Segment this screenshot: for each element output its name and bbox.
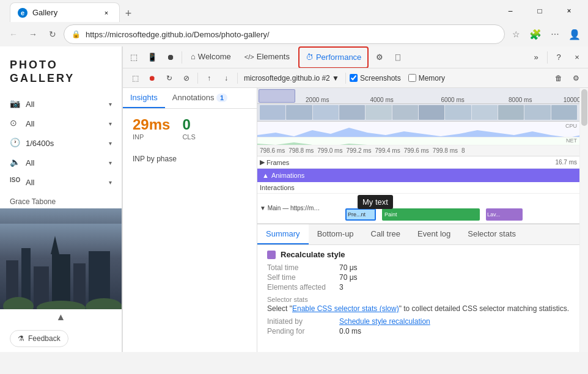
annotations-badge: 1 <box>216 94 227 102</box>
feedback-button[interactable]: ⚗ Feedback <box>10 330 68 347</box>
more-button[interactable]: ··· <box>546 26 564 43</box>
aperture-select[interactable]: All ▾ <box>26 119 112 128</box>
back-button[interactable]: ← <box>5 26 22 43</box>
more-tools-button[interactable]: » <box>527 49 545 66</box>
close-devtools-button[interactable]: × <box>568 49 586 66</box>
tab-call-tree[interactable]: Call tree <box>362 224 409 244</box>
timeline-panel: 2000 ms 4000 ms 6000 ms 8000 ms 10000 <box>257 88 579 352</box>
bottom-tabs: Summary Bottom-up Call tree Event log Se <box>257 224 579 245</box>
screenshot-thumb <box>445 105 471 120</box>
scroll-up-arrow[interactable]: ▲ <box>0 309 122 325</box>
clear-perf-button[interactable]: ⊘ <box>179 71 194 86</box>
screenshots-checkbox-label[interactable]: Screenshots <box>350 74 401 82</box>
minimize-button[interactable]: – <box>496 1 524 21</box>
gallery-control-audio[interactable]: 🔈 All ▾ <box>5 155 117 170</box>
perf-settings-button[interactable]: ⚙ <box>568 71 583 86</box>
device-emulation-button[interactable]: 📱 <box>144 49 161 66</box>
tab-summary[interactable]: Summary <box>257 224 309 244</box>
tab-event-log[interactable]: Event log <box>409 224 459 244</box>
sidebar-button[interactable]: ⎕ <box>389 49 406 66</box>
record-circle-button[interactable]: ⏺ <box>145 71 160 86</box>
screenshot-button[interactable]: ⬚ <box>128 71 142 86</box>
expand-animations-icon[interactable]: ▲ <box>262 172 269 179</box>
devtools-panel: ⬚ 📱 ⏺ ⌂ Welcome </> Elements ⏱ Performan… <box>122 46 588 352</box>
selector-stats-link[interactable]: Enable CSS selector stats (slow) <box>292 304 399 313</box>
extensions-button[interactable]: 🧩 <box>527 26 544 43</box>
lock-icon: 🔒 <box>72 30 81 38</box>
aperture-icon: ⊙ <box>10 118 21 129</box>
cpu-label: CPU <box>565 123 577 129</box>
tab-insights[interactable]: Insights <box>123 88 165 108</box>
close-button[interactable]: × <box>555 1 583 21</box>
tab-annotations[interactable]: Annotations 1 <box>165 88 235 108</box>
gallery-control-camera[interactable]: 📷 All ▾ <box>5 96 117 112</box>
gallery-control-iso[interactable]: ISO All ▾ <box>5 174 117 190</box>
settings-button[interactable]: ⚙ <box>371 49 388 66</box>
gallery-title: PHOTO GALLERY <box>10 59 112 85</box>
timing-ruler: 798.6 ms 798.8 ms 799.0 ms 799.2 ms 799.… <box>257 145 579 156</box>
scroll-thumb[interactable] <box>581 89 587 126</box>
forward-button[interactable]: → <box>24 26 42 43</box>
upload-button[interactable]: ↑ <box>202 71 216 86</box>
time-select[interactable]: 1/6400s ▾ <box>26 139 112 148</box>
total-time-row: Total time 70 μs <box>267 263 570 273</box>
task-pre-nt[interactable]: Pre...nt <box>345 208 376 221</box>
recalc-header: Recalculate style <box>267 250 570 259</box>
target-select[interactable]: microsoftedge.github.io #2 ▼ <box>241 73 342 84</box>
cls-label: CLS <box>182 133 195 141</box>
tab-selector-stats[interactable]: Selector stats <box>459 224 524 244</box>
maximize-button[interactable]: □ <box>526 1 554 21</box>
home-icon: ⌂ <box>191 52 196 61</box>
cls-value: 0 <box>182 116 195 133</box>
chevron-icon: ▾ <box>109 160 112 166</box>
task-lav-label: Lav... <box>486 211 501 218</box>
initiated-by-label: Initiated by <box>267 317 334 326</box>
interactions-label: Interactions <box>260 184 295 191</box>
recalc-title: Recalculate style <box>281 250 345 259</box>
perf-layout: Insights Annotations 1 29ms INP 0 CLS <box>123 88 588 352</box>
reload-perf-button[interactable]: ↻ <box>162 71 177 86</box>
elements-affected-row: Elements affected 3 <box>267 282 570 292</box>
tab-bottom-up[interactable]: Bottom-up <box>309 224 362 244</box>
inp-by-phase-label: INP by phase <box>133 155 177 163</box>
help-button[interactable]: ? <box>550 49 567 66</box>
gallery-control-aperture[interactable]: ⊙ All ▾ <box>5 116 117 131</box>
pending-for-row: Pending for 0.0 ms <box>267 326 570 336</box>
profile-button[interactable]: 👤 <box>566 26 583 43</box>
url-text: https://microsoftedge.github.io/Demos/ph… <box>86 30 497 39</box>
tab-performance[interactable]: ⏱ Performance <box>298 46 369 68</box>
expand-frames-icon[interactable]: ▶ <box>260 158 265 166</box>
inspect-element-button[interactable]: ⬚ <box>125 49 142 66</box>
screenshots-checkbox[interactable] <box>350 74 358 82</box>
bookmark-button[interactable]: ☆ <box>507 26 524 43</box>
net-chart: NET <box>257 138 579 145</box>
new-tab-button[interactable]: + <box>120 5 137 22</box>
main-area: PHOTO GALLERY 📷 All ▾ ⊙ All ▾ 🕐 <box>0 46 588 352</box>
pending-for-value: 0.0 ms <box>339 327 361 336</box>
download-button[interactable]: ↓ <box>219 71 233 86</box>
gallery-image <box>0 208 122 309</box>
right-scrollbar[interactable] <box>579 88 588 352</box>
toolbar2-sep <box>197 73 198 84</box>
elements-icon: </> <box>244 53 254 61</box>
browser-tab-active[interactable]: e Gallery × <box>10 2 120 22</box>
refresh-button[interactable]: ↻ <box>44 26 61 43</box>
tab-elements[interactable]: </> Elements <box>238 46 296 68</box>
task-paint[interactable]: Paint <box>382 208 480 221</box>
task-lav[interactable]: Lav... <box>486 208 523 221</box>
tab-welcome[interactable]: ⌂ Welcome <box>185 46 237 68</box>
iso-select[interactable]: All ▾ <box>26 178 112 187</box>
record-button[interactable]: ⏺ <box>162 49 179 66</box>
screenshot-thumb <box>366 105 391 120</box>
url-box[interactable]: 🔒 https://microsoftedge.github.io/Demos/… <box>64 24 505 44</box>
gallery-control-time[interactable]: 🕐 1/6400s ▾ <box>5 135 117 151</box>
tab-close-button[interactable]: × <box>101 7 112 18</box>
devtools-toolbar: ⬚ 📱 ⏺ ⌂ Welcome </> Elements ⏱ Performan… <box>123 46 588 68</box>
initiated-by-value[interactable]: Schedule style recalculation <box>339 317 430 326</box>
audio-select[interactable]: All ▾ <box>26 158 112 167</box>
gallery-header: PHOTO GALLERY <box>0 46 122 91</box>
camera-select[interactable]: All ▾ <box>26 100 112 109</box>
delete-recording-button[interactable]: 🗑 <box>551 71 566 86</box>
memory-checkbox[interactable] <box>408 74 416 82</box>
memory-checkbox-label[interactable]: Memory <box>408 74 445 82</box>
